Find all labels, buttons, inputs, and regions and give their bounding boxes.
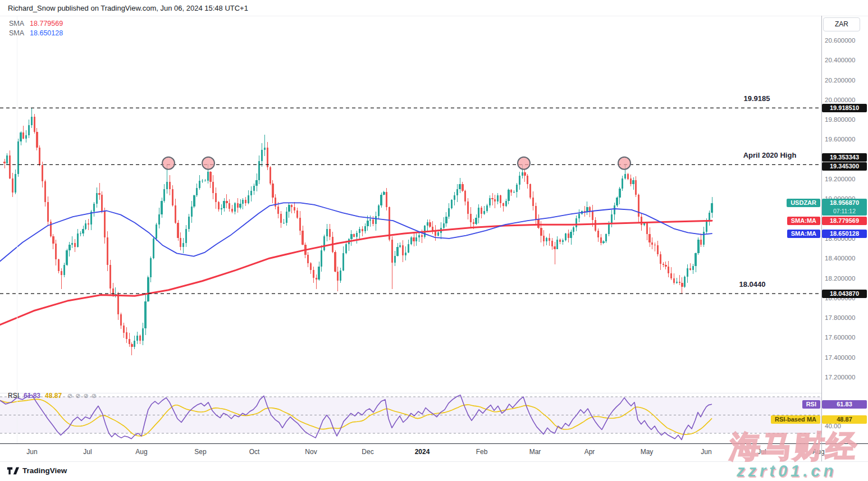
time-axis-month-label: Apr xyxy=(584,448,595,456)
time-axis-month-label: Dec xyxy=(362,448,373,456)
time-axis-month-label: Jul xyxy=(757,448,766,456)
price-level-badge: 19.353343 xyxy=(822,153,867,162)
last-price-badge: 18.95687007:11:12 xyxy=(822,199,867,216)
time-axis-month-label: May xyxy=(641,448,654,456)
price-scale-border xyxy=(821,16,822,461)
bottom-separator xyxy=(0,461,868,462)
hidden-series-icon[interactable]: ⊘ xyxy=(92,392,97,399)
rsi-label: RSI xyxy=(8,392,19,400)
time-axis-line xyxy=(0,443,868,444)
header-separator xyxy=(0,16,868,16)
price-tick-label: 18.200000 xyxy=(825,274,855,282)
time-axis-month-label: Jun xyxy=(26,448,37,456)
price-tick-label: 19.200000 xyxy=(825,175,855,183)
price-pane-chart[interactable] xyxy=(0,16,821,393)
price-tick-label: 17.600000 xyxy=(825,333,855,341)
price-level-badge: 19.918510 xyxy=(822,104,867,112)
price-tick-label: 17.400000 xyxy=(825,354,855,361)
publisher-note: Richard_Snow published on TradingView.co… xyxy=(8,4,248,12)
sma-fast-value: 18.650128 xyxy=(30,29,63,37)
tradingview-logo-icon xyxy=(7,466,19,475)
time-axis-month-label: Sep xyxy=(194,448,206,456)
currency-toggle-button[interactable]: ZAR xyxy=(823,17,860,31)
price-tick-label: 20.600000 xyxy=(825,36,855,44)
hidden-series-icon[interactable]: ⊘ xyxy=(75,392,80,399)
sma-chip: SMA:MA xyxy=(787,230,820,238)
time-axis-month-label: Aug xyxy=(812,448,824,456)
time-axis-month-label: Aug xyxy=(135,448,147,456)
rsi-ma-value: 48.87 xyxy=(45,392,62,400)
session-break-line xyxy=(17,16,17,443)
price-tick-label: 17.800000 xyxy=(825,314,855,322)
time-axis-month-label: Mar xyxy=(529,448,541,456)
time-axis-month-label: Oct xyxy=(249,448,260,456)
time-axis-month-label: Jul xyxy=(83,448,92,456)
price-tick-label: 20.200000 xyxy=(825,76,855,84)
time-axis-month-label: Nov xyxy=(305,448,317,456)
price-tick-label: 19.600000 xyxy=(825,135,855,143)
price-tick-label: 20.000000 xyxy=(825,96,855,104)
price-level-badge: 19.345300 xyxy=(822,162,867,171)
rsi-legend: RSI61.8348.87⊘⊘⊘⊘ xyxy=(8,391,99,400)
tradingview-branding[interactable]: TradingView xyxy=(7,466,67,475)
price-scale[interactable]: ZAR 20.60000020.40000020.20000020.000000… xyxy=(821,16,868,461)
sma-value-badge: 18.779569 xyxy=(822,217,867,225)
time-axis-month-label: Feb xyxy=(476,448,488,456)
price-tick-label: 17.200000 xyxy=(825,373,855,381)
legend-hidden-icons[interactable]: ⊘⊘⊘⊘ xyxy=(67,392,99,400)
tradingview-logo-text: TradingView xyxy=(22,466,67,475)
rsi-value-badge: 61.83 xyxy=(822,400,867,409)
rsi_ma-chip: RSI-based MA xyxy=(771,415,820,424)
time-axis-month-label: Jun xyxy=(701,448,711,456)
time-scale[interactable]: JunJulAugSepOctNovDec2024FebMarAprMayJun… xyxy=(0,443,868,461)
pane-separator[interactable] xyxy=(0,393,821,393)
price-tick-label: 20.400000 xyxy=(825,56,855,64)
price-level-badge: 18.043870 xyxy=(822,290,867,298)
price-tick-label: 18.400000 xyxy=(825,254,855,262)
rsi-value: 61.83 xyxy=(24,392,40,400)
price-tick-label: 19.800000 xyxy=(825,116,855,123)
sma-value-badge: 18.650128 xyxy=(822,230,867,238)
hidden-series-icon[interactable]: ⊘ xyxy=(67,392,72,399)
rsi-pane-chart[interactable] xyxy=(0,393,821,443)
tradingview-chart-window: Richard_Snow published on TradingView.co… xyxy=(0,0,868,481)
hidden-series-icon[interactable]: ⊘ xyxy=(84,392,89,399)
rsi-chip: RSI xyxy=(802,400,820,409)
watermark-url-text: zzrt01.cn xyxy=(737,462,837,480)
symbol-chip: USDZAR xyxy=(787,199,820,207)
rsi_ma-value-badge: 48.87 xyxy=(822,415,867,424)
sma-chip: SMA:MA xyxy=(787,217,820,225)
sma-slow-value: 18.779569 xyxy=(30,20,63,28)
time-axis-month-label: 2024 xyxy=(415,448,430,456)
